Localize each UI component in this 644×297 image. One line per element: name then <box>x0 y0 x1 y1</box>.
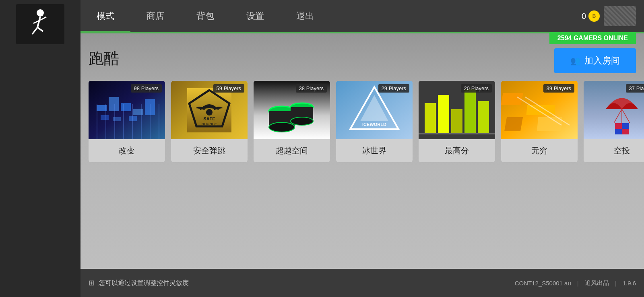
header: 模式 商店 背包 设置 退出 0 B <box>80 0 644 32</box>
card-image-2: SAFE BOUNCE 59 Players <box>171 81 248 139</box>
brand-info: 追风出品 <box>585 279 609 287</box>
page-title: 跑酷 <box>89 48 636 69</box>
bottom-tip: ⊞ 您可以通过设置调整控件灵敏度 <box>89 278 189 287</box>
svg-rect-12 <box>101 115 109 120</box>
join-icon: 👥 <box>570 56 580 66</box>
svg-rect-36 <box>464 89 476 133</box>
card-3-players: 38 Players <box>296 84 327 93</box>
main-content: 跑酷 👥 加入房间 <box>89 48 636 265</box>
nav-item-settings[interactable]: 设置 <box>230 0 280 32</box>
game-card-6[interactable]: 39 Players 无穷 <box>501 81 578 162</box>
svg-rect-34 <box>438 95 449 133</box>
nav-item-backpack[interactable]: 背包 <box>180 0 230 32</box>
svg-text:ICEWORLD: ICEWORLD <box>362 122 386 127</box>
svg-point-24 <box>269 122 295 132</box>
svg-rect-37 <box>478 101 489 133</box>
tip-icon: ⊞ <box>89 278 95 287</box>
bottom-bar: ⊞ 您可以通过设置调整控件灵敏度 CONT12_S50001 au | 追风出品… <box>80 269 644 297</box>
svg-rect-9 <box>121 103 131 111</box>
avatar-box[interactable] <box>604 6 636 26</box>
game-card-2[interactable]: SAFE BOUNCE 59 Players 安全弹跳 <box>171 81 248 162</box>
svg-rect-38 <box>419 133 495 134</box>
version-info: 1.9.6 <box>623 280 636 287</box>
nav-item-shop[interactable]: 商店 <box>130 0 180 32</box>
svg-rect-33 <box>425 103 436 133</box>
svg-line-2 <box>32 27 37 34</box>
server-info: CONT12_S50001 au <box>515 280 571 287</box>
card-3-label: 超越空间 <box>254 139 330 162</box>
card-image-1: 98 Players <box>89 81 165 139</box>
svg-point-18 <box>206 109 213 116</box>
card-1-players: 98 Players <box>131 84 162 93</box>
card-image-7: 37 Players <box>584 81 644 139</box>
svg-rect-35 <box>451 109 462 133</box>
game-card-7[interactable]: 37 Players 空投 <box>584 81 644 162</box>
svg-line-1 <box>37 16 40 27</box>
nav-item-exit[interactable]: 退出 <box>280 0 330 32</box>
card-image-3: 38 Players <box>254 81 330 139</box>
svg-line-5 <box>40 17 46 20</box>
avatar-pattern <box>604 6 636 26</box>
card-image-6: 39 Players <box>501 81 578 139</box>
card-5-label: 最高分 <box>419 139 495 162</box>
svg-point-0 <box>37 9 44 16</box>
character-icon <box>26 8 54 40</box>
logo-area <box>0 0 80 48</box>
svg-rect-55 <box>615 129 622 134</box>
gamers-online-badge: 2594 GAMERS ONLINE <box>549 32 636 44</box>
nav-item-mode[interactable]: 模式 <box>80 0 130 32</box>
separator-2: | <box>615 280 617 287</box>
card-1-label: 改变 <box>89 139 165 162</box>
game-card-4[interactable]: ICEWORLD 29 Players 冰世界 <box>336 81 413 162</box>
svg-rect-42 <box>504 117 523 131</box>
svg-rect-53 <box>615 123 622 129</box>
cards-grid: 98 Players 改变 <box>89 81 636 162</box>
card-image-5: 20 Players <box>419 81 495 139</box>
card-7-players: 37 Players <box>626 84 644 93</box>
header-right: 0 B <box>582 6 644 26</box>
svg-point-27 <box>291 117 313 125</box>
svg-rect-14 <box>129 116 137 121</box>
header-nav: 模式 商店 背包 设置 退出 <box>80 0 582 32</box>
currency-amount: 0 <box>582 12 586 21</box>
game-card-3[interactable]: 38 Players 超越空间 <box>254 81 330 162</box>
currency-display: 0 B <box>582 10 600 22</box>
svg-line-3 <box>37 27 43 31</box>
card-2-players: 59 Players <box>213 84 244 93</box>
game-card-5[interactable]: 20 Players 最高分 <box>419 81 495 162</box>
join-room-button[interactable]: 👥 加入房间 <box>554 48 636 73</box>
svg-rect-56 <box>622 129 629 134</box>
card-6-label: 无穷 <box>501 139 578 162</box>
card-6-players: 39 Players <box>543 84 574 93</box>
svg-rect-43 <box>537 117 562 131</box>
svg-text:BOUNCE: BOUNCE <box>202 122 217 126</box>
svg-rect-8 <box>109 97 119 111</box>
safe-bounce-svg: SAFE BOUNCE <box>187 88 231 132</box>
svg-rect-54 <box>622 123 629 129</box>
svg-rect-7 <box>97 105 107 111</box>
game-card-1[interactable]: 98 Players 改变 <box>89 81 165 162</box>
bottom-info: CONT12_S50001 au | 追风出品 | 1.9.6 <box>515 279 636 287</box>
tip-text: 您可以通过设置调整控件灵敏度 <box>99 279 189 287</box>
card-5-players: 20 Players <box>461 84 492 93</box>
svg-rect-10 <box>133 109 143 115</box>
svg-rect-13 <box>113 117 121 121</box>
card-4-players: 29 Players <box>378 84 409 93</box>
card-7-label: 空投 <box>584 139 644 162</box>
card-4-label: 冰世界 <box>336 139 413 162</box>
card-2-label: 安全弹跳 <box>171 139 248 162</box>
card-image-4: ICEWORLD 29 Players <box>336 81 413 139</box>
svg-rect-11 <box>145 99 155 115</box>
separator-1: | <box>577 280 579 287</box>
coin-icon: B <box>588 10 600 22</box>
character-box <box>16 4 64 44</box>
svg-text:SAFE: SAFE <box>203 116 215 121</box>
